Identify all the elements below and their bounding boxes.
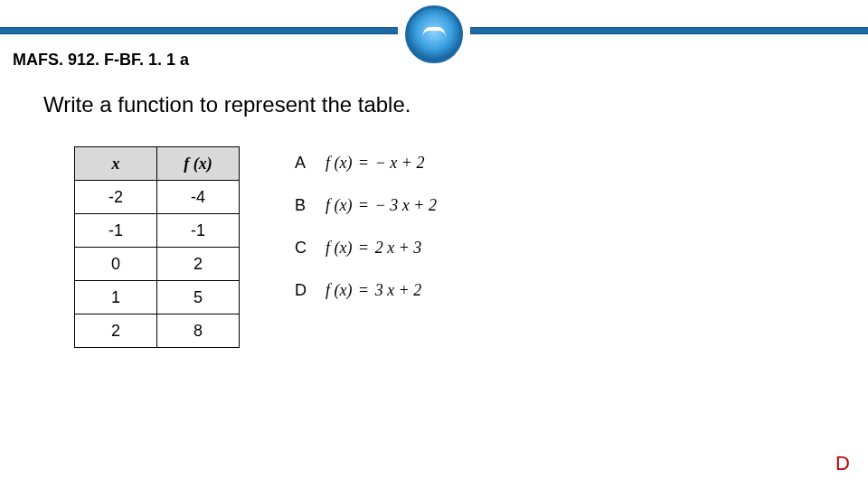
col-header-fx: f (x) <box>157 147 240 181</box>
table-row: 1 5 <box>75 281 240 314</box>
table-row: -1 -1 <box>75 214 240 248</box>
question-prompt: Write a function to represent the table. <box>43 92 410 117</box>
cell-x: 1 <box>75 281 157 314</box>
cell-fx: 5 <box>157 281 240 314</box>
cell-fx: -1 <box>157 214 240 248</box>
choice-c: C f (x) = 2 x + 3 <box>295 239 437 258</box>
cell-x: 2 <box>75 314 157 348</box>
col-header-x: x <box>75 147 157 181</box>
correct-answer: D <box>835 452 850 475</box>
table-row: 0 2 <box>75 248 240 281</box>
choice-b: B f (x) = − 3 x + 2 <box>295 196 437 215</box>
hr-left <box>0 27 398 34</box>
cell-x: 0 <box>75 248 157 281</box>
choice-expression: f (x) = − 3 x + 2 <box>326 196 437 215</box>
choice-letter: A <box>295 154 326 173</box>
hr-right <box>470 27 868 34</box>
choice-letter: D <box>295 281 326 300</box>
answer-choices: A f (x) = − x + 2 B f (x) = − 3 x + 2 C … <box>295 154 437 324</box>
cell-fx: -4 <box>157 181 240 214</box>
choice-a: A f (x) = − x + 2 <box>295 154 437 173</box>
data-table: x f (x) -2 -4 -1 -1 0 2 1 5 2 8 <box>74 146 240 348</box>
cell-x: -2 <box>75 181 157 214</box>
choice-d: D f (x) = 3 x + 2 <box>295 281 437 300</box>
choice-letter: B <box>295 196 326 215</box>
choice-expression: f (x) = 3 x + 2 <box>326 281 421 300</box>
choice-expression: f (x) = − x + 2 <box>326 154 424 173</box>
choice-expression: f (x) = 2 x + 3 <box>326 239 421 258</box>
table-row: 2 8 <box>75 314 240 348</box>
cell-fx: 2 <box>157 248 240 281</box>
cell-x: -1 <box>75 214 157 248</box>
standard-code: MAFS. 912. F-BF. 1. 1 a <box>13 51 189 70</box>
table-row: -2 -4 <box>75 181 240 214</box>
school-logo-icon <box>405 5 463 63</box>
table-header-row: x f (x) <box>75 147 240 181</box>
choice-letter: C <box>295 239 326 258</box>
cell-fx: 8 <box>157 314 240 348</box>
